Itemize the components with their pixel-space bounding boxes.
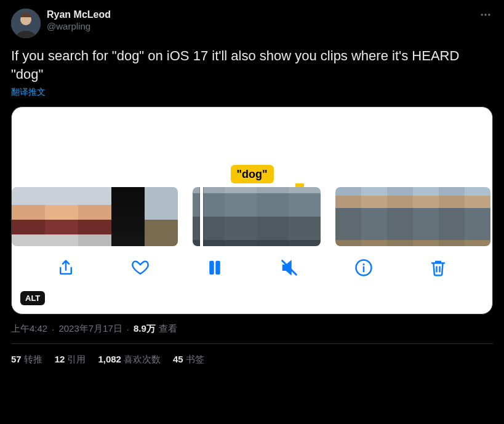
more-button[interactable] <box>479 9 492 23</box>
avatar-photo <box>11 9 41 38</box>
svg-point-10 <box>362 263 364 265</box>
tweet-stats: 57转推 12引用 1,082喜欢次数 45书签 <box>11 344 493 366</box>
tweet-meta: 上午4:42 · 2023年7月17日 · 8.9万 查看 <box>11 323 493 335</box>
like-button[interactable] <box>129 257 151 279</box>
svg-rect-6 <box>217 262 220 274</box>
trash-icon <box>429 258 447 277</box>
retweets-stat[interactable]: 57转推 <box>11 354 42 366</box>
handle[interactable]: @warpling <box>47 21 111 33</box>
svg-point-2 <box>481 14 483 15</box>
info-icon <box>354 258 373 277</box>
svg-point-3 <box>484 14 486 15</box>
tweet-time[interactable]: 上午4:42 <box>11 323 47 335</box>
views-count[interactable]: 8.9万 <box>134 323 156 335</box>
share-button[interactable] <box>55 257 77 279</box>
translate-link[interactable]: 翻译推文 <box>11 87 46 98</box>
clip-thumbnail[interactable] <box>12 187 178 246</box>
author-names: Ryan McLeod @warpling <box>47 9 111 33</box>
heart-icon <box>131 258 150 277</box>
media-card[interactable]: "dog" <box>11 106 493 314</box>
more-icon <box>479 9 492 21</box>
share-icon <box>57 258 75 277</box>
avatar[interactable] <box>11 9 41 38</box>
media-header: "dog" <box>12 107 492 187</box>
svg-rect-5 <box>210 262 214 274</box>
pause-icon <box>206 258 224 277</box>
alt-badge[interactable]: ALT <box>20 291 45 305</box>
info-button[interactable] <box>353 257 375 279</box>
mute-button[interactable] <box>278 257 300 279</box>
svg-point-4 <box>488 14 490 15</box>
tweet-container: Ryan McLeod @warpling If you search for … <box>0 0 504 366</box>
clip-thumbnail[interactable] <box>193 187 321 246</box>
delete-button[interactable] <box>427 257 449 279</box>
clip-thumbnail[interactable] <box>335 187 490 246</box>
search-tag: "dog" <box>230 165 273 183</box>
media-toolbar <box>12 246 492 289</box>
tweet-text: If you search for "dog" on iOS 17 it'll … <box>11 47 493 83</box>
mute-icon <box>280 258 298 277</box>
tweet-date[interactable]: 2023年7月17日 <box>58 323 122 335</box>
bookmarks-stat[interactable]: 45书签 <box>173 354 204 366</box>
views-label: 查看 <box>159 323 177 335</box>
pause-button[interactable] <box>204 257 226 279</box>
tweet-header: Ryan McLeod @warpling <box>11 9 493 38</box>
likes-stat[interactable]: 1,082喜欢次数 <box>98 354 161 366</box>
quotes-stat[interactable]: 12引用 <box>55 354 86 366</box>
display-name[interactable]: Ryan McLeod <box>47 9 111 21</box>
video-scrubber[interactable] <box>12 187 492 246</box>
playhead[interactable] <box>200 187 203 246</box>
